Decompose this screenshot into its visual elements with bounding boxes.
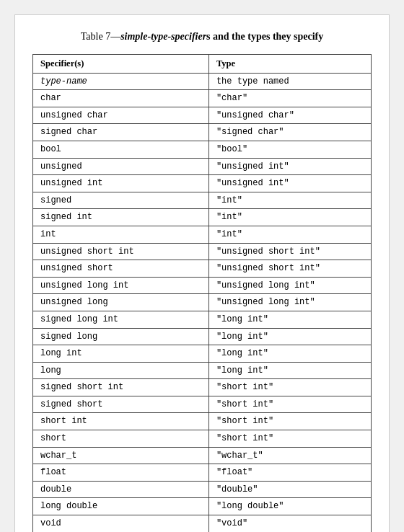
specifier-cell: unsigned char	[33, 107, 209, 124]
table-row: type-namethe type named	[33, 73, 372, 90]
specifier-cell: double	[33, 481, 209, 498]
type-cell: "long int"	[208, 362, 371, 379]
specifier-cell: signed long	[33, 328, 209, 345]
table-row: float"float"	[33, 464, 372, 482]
type-cell: "int"	[208, 226, 371, 243]
table-title: Table 7—simple-type-specifiers and the t…	[32, 30, 372, 44]
type-cell: "bool"	[208, 141, 371, 158]
title-italic: simple-type-specifier	[120, 31, 206, 42]
table-row: unsigned long int"unsigned long int"	[33, 277, 372, 294]
type-cell: the type named	[208, 73, 371, 90]
type-cell: "signed char"	[208, 124, 371, 141]
specifier-cell: int	[33, 226, 209, 243]
spec-table: Specifier(s) Type type-namethe type name…	[32, 54, 372, 532]
type-cell: "unsigned int"	[208, 158, 371, 175]
table-row: signed char"signed char"	[33, 124, 372, 141]
specifier-cell: long	[33, 362, 209, 379]
specifier-cell: char	[33, 90, 209, 107]
type-cell: "unsigned long int"	[208, 294, 371, 311]
table-row: long int"long int"	[33, 345, 372, 363]
type-cell: "unsigned int"	[208, 175, 371, 192]
type-cell: "short int"	[208, 396, 371, 413]
specifier-cell: unsigned short	[33, 260, 209, 278]
type-cell: "void"	[208, 515, 371, 532]
table-row: unsigned short int"unsigned short int"	[33, 243, 372, 260]
type-cell: "wchar_t"	[208, 447, 371, 464]
specifier-cell: signed long int	[33, 311, 209, 328]
table-row: short"short int"	[33, 430, 372, 448]
specifier-cell: signed int	[33, 209, 209, 226]
table-row: signed long"long int"	[33, 328, 372, 345]
table-row: signed int"int"	[33, 209, 372, 226]
title-suffix: s and the types they specify	[206, 31, 323, 42]
specifier-cell: signed short int	[33, 379, 209, 396]
type-cell: "double"	[208, 481, 371, 498]
specifier-cell: signed short	[33, 396, 209, 413]
specifier-cell: short	[33, 430, 209, 448]
table-row: signed"int"	[33, 192, 372, 209]
specifier-cell: wchar_t	[33, 447, 209, 464]
table-row: void"void"	[33, 515, 372, 532]
table-row: wchar_t"wchar_t"	[33, 447, 372, 464]
type-cell: "unsigned short int"	[208, 260, 371, 278]
type-cell: "long int"	[208, 311, 371, 328]
table-row: unsigned char"unsigned char"	[33, 107, 372, 124]
specifier-cell: type-name	[33, 73, 209, 90]
type-cell: "short int"	[208, 413, 371, 430]
table-row: unsigned long"unsigned long int"	[33, 294, 372, 311]
type-cell: "long int"	[208, 328, 371, 345]
type-cell: "int"	[208, 209, 371, 226]
type-cell: "long double"	[208, 498, 371, 515]
specifier-cell: signed char	[33, 124, 209, 141]
table-row: int"int"	[33, 226, 372, 243]
type-cell: "unsigned short int"	[208, 243, 371, 260]
type-cell: "short int"	[208, 379, 371, 396]
table-row: double"double"	[33, 481, 372, 498]
specifier-cell: float	[33, 464, 209, 482]
specifier-cell: long int	[33, 345, 209, 363]
type-cell: "long int"	[208, 345, 371, 363]
table-row: signed short int"short int"	[33, 379, 372, 396]
table-row: signed short"short int"	[33, 396, 372, 413]
table-row: unsigned"unsigned int"	[33, 158, 372, 175]
col-header-specifier: Specifier(s)	[33, 54, 209, 73]
type-cell: "unsigned char"	[208, 107, 371, 124]
specifier-cell: unsigned int	[33, 175, 209, 192]
table-row: unsigned short"unsigned short int"	[33, 260, 372, 278]
type-cell: "char"	[208, 90, 371, 107]
table-row: unsigned int"unsigned int"	[33, 175, 372, 192]
type-cell: "float"	[208, 464, 371, 482]
col-header-type: Type	[208, 54, 371, 73]
specifier-cell: unsigned long	[33, 294, 209, 311]
specifier-cell: long double	[33, 498, 209, 515]
table-row: bool"bool"	[33, 141, 372, 158]
specifier-cell: unsigned short int	[33, 243, 209, 260]
page-container: Table 7—simple-type-specifiers and the t…	[14, 14, 390, 532]
type-cell: "int"	[208, 192, 371, 209]
specifier-cell: short int	[33, 413, 209, 430]
specifier-cell: void	[33, 515, 209, 532]
table-header-row: Specifier(s) Type	[33, 54, 372, 73]
type-cell: "unsigned long int"	[208, 277, 371, 294]
specifier-cell: unsigned	[33, 158, 209, 175]
type-cell: "short int"	[208, 430, 371, 448]
table-row: long double"long double"	[33, 498, 372, 515]
specifier-cell: signed	[33, 192, 209, 209]
specifier-cell: bool	[33, 141, 209, 158]
table-row: short int"short int"	[33, 413, 372, 430]
table-row: char"char"	[33, 90, 372, 107]
specifier-cell: unsigned long int	[33, 277, 209, 294]
table-row: signed long int"long int"	[33, 311, 372, 328]
table-row: long"long int"	[33, 362, 372, 379]
